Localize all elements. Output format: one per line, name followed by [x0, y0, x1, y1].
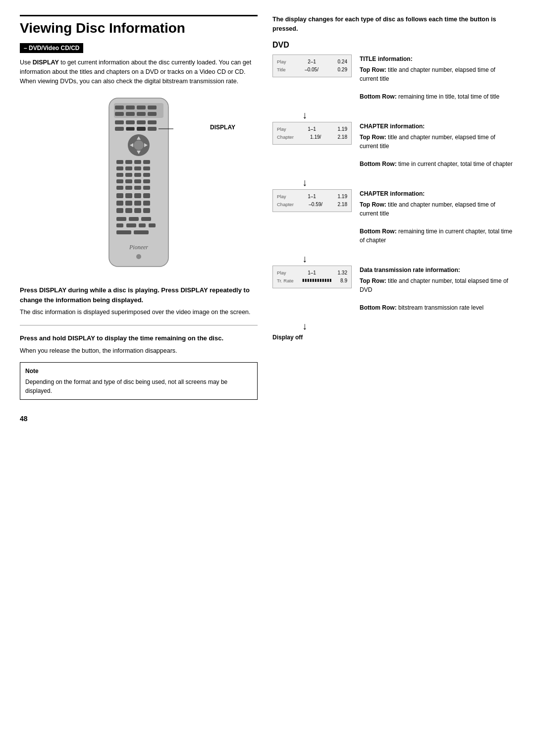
press-hold-title: Press and hold DISPLAY to display the ti… — [20, 333, 258, 343]
svg-rect-4 — [137, 106, 146, 109]
svg-rect-5 — [148, 106, 157, 109]
svg-rect-56 — [116, 217, 126, 221]
section-divider — [20, 325, 258, 325]
svg-rect-44 — [116, 193, 123, 198]
svg-rect-46 — [134, 193, 141, 198]
note-body: Depending on the format and type of disc… — [25, 378, 252, 395]
svg-rect-51 — [143, 201, 150, 206]
svg-rect-59 — [116, 223, 123, 227]
svg-rect-14 — [126, 127, 135, 131]
remote-svg: Pioneer — [84, 96, 193, 274]
svg-rect-7 — [126, 112, 135, 116]
svg-rect-61 — [139, 223, 146, 227]
svg-rect-45 — [125, 193, 132, 198]
svg-rect-38 — [134, 179, 141, 183]
svg-rect-9 — [148, 112, 157, 116]
svg-rect-3 — [126, 106, 135, 109]
svg-rect-60 — [126, 223, 136, 227]
screen-1: Play 2–1 0.24 Title –0.05/ 0.29 — [272, 54, 352, 77]
svg-rect-8 — [137, 112, 146, 116]
svg-rect-49 — [125, 201, 132, 206]
remote-illustration: Pioneer DISPLAY — [20, 96, 258, 275]
press-hold-body: When you release the button, the informa… — [20, 346, 258, 356]
svg-rect-58 — [141, 217, 151, 221]
svg-rect-37 — [125, 179, 132, 183]
arrow-4: ↓ — [302, 321, 515, 331]
svg-rect-43 — [143, 186, 150, 190]
press-display-title: Press DISPLAY during while a disc is pla… — [20, 285, 258, 305]
svg-point-66 — [136, 254, 141, 259]
arrow-3: ↓ — [302, 254, 515, 264]
arrow-1: ↓ — [302, 110, 515, 120]
svg-rect-13 — [148, 120, 157, 124]
note-box: Note Depending on the format and type of… — [20, 362, 258, 400]
svg-rect-39 — [143, 179, 150, 183]
intro-text: Use DISPLAY to get current information a… — [20, 58, 258, 86]
svg-rect-64 — [134, 230, 149, 234]
press-display-section: Press DISPLAY during while a disc is pla… — [20, 285, 258, 317]
svg-rect-54 — [134, 208, 141, 213]
svg-rect-62 — [149, 223, 156, 227]
svg-rect-2 — [115, 106, 124, 109]
svg-rect-33 — [125, 173, 132, 177]
page-number: 48 — [20, 415, 258, 423]
svg-rect-41 — [125, 186, 132, 190]
svg-rect-29 — [125, 166, 132, 170]
svg-rect-35 — [143, 173, 150, 177]
disc-display-1: Play 2–1 0.24 Title –0.05/ 0.29 TITLE in… — [272, 54, 515, 101]
disc-display-4: Play 1–1 1.32 Tr. Rate ▮▮▮▮▮▮▮▮▮▮▮▮ 8.9 … — [272, 266, 515, 312]
disc-display-3: Play 1–1 1.19 Chapter –0.59/ 2.18 CHAPTE… — [272, 189, 515, 245]
svg-rect-57 — [129, 217, 139, 221]
svg-rect-11 — [126, 120, 135, 124]
svg-rect-6 — [115, 112, 124, 116]
svg-rect-55 — [143, 208, 150, 213]
right-column: The display changes for each type of dis… — [272, 15, 515, 423]
svg-rect-10 — [115, 120, 124, 124]
screen-3-info: CHAPTER information: Top Row: title and … — [360, 189, 515, 245]
svg-rect-40 — [116, 186, 123, 190]
svg-rect-32 — [116, 173, 123, 177]
disc-display-2: Play 1–1 1.19 Chapter 1.19/ 2.18 CHAPTER… — [272, 122, 515, 168]
svg-rect-31 — [143, 166, 150, 170]
screen-4-info: Data transmission rate information: Top … — [360, 266, 515, 312]
dvd-label: DVD — [272, 41, 515, 50]
svg-rect-27 — [143, 160, 150, 164]
svg-rect-53 — [125, 208, 132, 213]
press-display-body: The disc information is displayed superi… — [20, 308, 258, 317]
right-intro: The display changes for each type of dis… — [272, 15, 515, 34]
screen-4: Play 1–1 1.32 Tr. Rate ▮▮▮▮▮▮▮▮▮▮▮▮ 8.9 — [272, 266, 352, 288]
screen-3: Play 1–1 1.19 Chapter –0.59/ 2.18 — [272, 189, 352, 212]
screen-2: Play 1–1 1.19 Chapter 1.19/ 2.18 — [272, 122, 352, 145]
svg-rect-16 — [115, 127, 124, 131]
display-callout-label: DISPLAY — [210, 124, 235, 131]
svg-rect-28 — [116, 166, 123, 170]
svg-rect-52 — [116, 208, 123, 213]
svg-rect-25 — [125, 160, 132, 164]
svg-rect-47 — [143, 193, 150, 198]
svg-rect-26 — [134, 160, 141, 164]
press-hold-section: Press and hold DISPLAY to display the ti… — [20, 333, 258, 355]
screen-1-info: TITLE information: Top Row: title and ch… — [360, 54, 515, 101]
svg-rect-36 — [116, 179, 123, 183]
svg-rect-50 — [134, 201, 141, 206]
screen-2-info: CHAPTER information: Top Row: title and … — [360, 122, 515, 168]
svg-rect-30 — [134, 166, 141, 170]
svg-rect-48 — [116, 201, 123, 206]
svg-text:Pioneer: Pioneer — [129, 244, 148, 251]
page-title: Viewing Disc Information — [20, 15, 258, 36]
svg-rect-24 — [116, 160, 123, 164]
svg-rect-17 — [148, 127, 157, 131]
note-title: Note — [25, 367, 252, 376]
svg-rect-63 — [116, 230, 131, 234]
svg-rect-15 — [137, 127, 146, 131]
svg-rect-34 — [134, 173, 141, 177]
section-header: – DVD/Video CD/CD — [20, 43, 83, 53]
display-off-label: Display off — [272, 334, 515, 341]
arrow-2: ↓ — [302, 177, 515, 187]
svg-rect-42 — [134, 186, 141, 190]
svg-rect-12 — [137, 120, 146, 124]
svg-point-19 — [134, 140, 144, 150]
